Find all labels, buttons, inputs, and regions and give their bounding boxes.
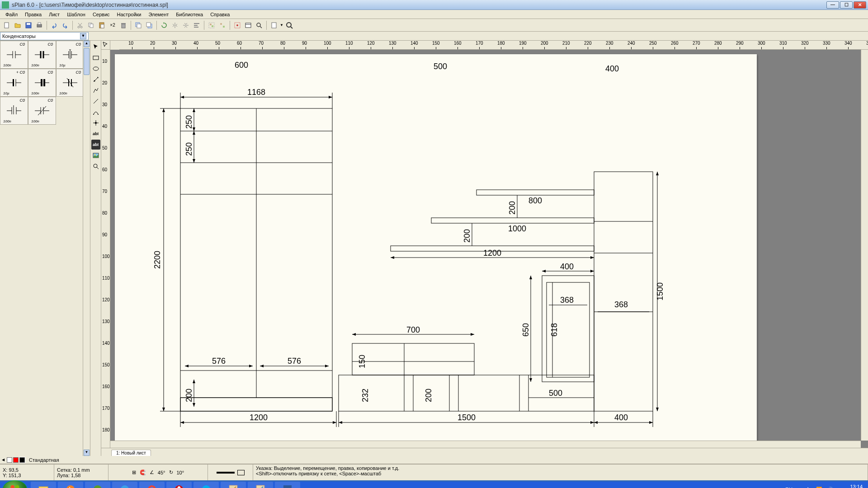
- menu-help[interactable]: Справка: [207, 11, 233, 18]
- menu-sheet[interactable]: Лист: [45, 11, 63, 18]
- palette-item[interactable]: C0100n: [28, 41, 56, 69]
- svg-text:2200: 2200: [153, 251, 162, 269]
- flip-v-button[interactable]: [181, 20, 191, 30]
- start-button[interactable]: [3, 480, 27, 488]
- rotate-button[interactable]: [159, 20, 169, 30]
- text-tool[interactable]: abI: [91, 129, 100, 139]
- task-app2[interactable]: [248, 482, 273, 488]
- search-button[interactable]: [254, 20, 264, 30]
- task-skype[interactable]: S: [193, 482, 219, 488]
- svg-text:200: 200: [508, 201, 517, 215]
- paste-button[interactable]: [97, 20, 107, 30]
- palette-item[interactable]: + C010µ: [0, 69, 28, 97]
- special-tool[interactable]: [91, 75, 100, 84]
- palette-item[interactable]: C0100n: [28, 69, 56, 97]
- angle-10-icon[interactable]: ↻: [169, 469, 173, 475]
- task-word[interactable]: W: [275, 482, 300, 488]
- task-utorrent[interactable]: µ: [85, 482, 110, 488]
- print-button[interactable]: [34, 20, 44, 30]
- palette-item[interactable]: C0100n: [28, 97, 56, 125]
- bezier-tool[interactable]: [91, 107, 100, 117]
- grid-icon[interactable]: ⊞: [132, 469, 136, 475]
- menu-service[interactable]: Сервис: [89, 11, 113, 18]
- tray-time[interactable]: 13:14: [838, 484, 863, 488]
- close-button[interactable]: ✕: [854, 1, 866, 9]
- svg-rect-71: [93, 56, 99, 60]
- svg-rect-128: [594, 172, 653, 411]
- open-button[interactable]: [13, 20, 23, 30]
- svg-line-33: [291, 27, 292, 28]
- angle-45-icon[interactable]: ∠: [150, 469, 154, 475]
- svg-text:1500: 1500: [656, 282, 665, 300]
- cut-button[interactable]: [75, 20, 85, 30]
- save-button[interactable]: [24, 20, 33, 30]
- task-wmp[interactable]: [58, 482, 83, 488]
- library-combo[interactable]: Конденсаторы ▼: [0, 32, 89, 40]
- library-combo-value: Конденсаторы: [2, 33, 36, 39]
- task-ie[interactable]: [112, 482, 137, 488]
- palette-item[interactable]: C0100n: [0, 97, 28, 125]
- snap-button[interactable]: [232, 20, 242, 30]
- copy-button[interactable]: [86, 20, 96, 30]
- maximize-button[interactable]: ☐: [840, 1, 853, 9]
- menu-file[interactable]: Файл: [2, 11, 21, 18]
- canvas-h-scrollbar[interactable]: [110, 441, 861, 448]
- magnet-icon[interactable]: 🧲: [140, 469, 146, 475]
- menu-settings[interactable]: Настройки: [113, 11, 145, 18]
- layer-front-button[interactable]: [144, 20, 154, 30]
- zoom-tool[interactable]: [91, 161, 100, 171]
- zoom-sel-button[interactable]: [284, 20, 294, 30]
- task-chrome[interactable]: [139, 482, 165, 488]
- pointer-tool[interactable]: [91, 42, 100, 52]
- svg-text:200: 200: [462, 229, 472, 243]
- menu-edit[interactable]: Правка: [21, 11, 45, 18]
- svg-point-29: [257, 23, 260, 27]
- rect-tool[interactable]: [91, 53, 100, 63]
- canvas-v-scrollbar[interactable]: [861, 50, 868, 441]
- x2-button[interactable]: ×2: [108, 20, 118, 30]
- ruler-vertical[interactable]: 1020304050607080901001101201301401501601…: [101, 50, 110, 448]
- line-tool[interactable]: [91, 96, 100, 106]
- sheet-tab[interactable]: 1: Новый лист: [111, 450, 151, 456]
- image-tool[interactable]: [91, 150, 100, 160]
- text-frame-tool[interactable]: abI: [91, 140, 100, 150]
- layer-back-button[interactable]: [133, 20, 143, 30]
- task-explorer[interactable]: [31, 482, 56, 488]
- volume-icon[interactable]: 🔊: [827, 487, 833, 488]
- group-button[interactable]: [207, 20, 217, 30]
- new-button[interactable]: [2, 20, 12, 30]
- page-button[interactable]: [269, 20, 279, 30]
- palette-scrollbar[interactable]: ▲ ▼: [83, 41, 90, 456]
- menu-template[interactable]: Шаблон: [63, 11, 89, 18]
- svg-text:200: 200: [424, 389, 433, 402]
- menu-element[interactable]: Элемент: [145, 11, 172, 18]
- palette-item[interactable]: C0100n: [56, 69, 84, 97]
- svg-text:500: 500: [434, 62, 447, 71]
- palette-item[interactable]: C010µ: [56, 41, 84, 69]
- network-icon[interactable]: 📶: [816, 487, 822, 488]
- task-splan[interactable]: [221, 482, 246, 488]
- ruler-horizontal[interactable]: 1020304050607080901001101201301401501601…: [119, 41, 868, 50]
- scroll-up-icon[interactable]: ▲: [84, 41, 90, 47]
- circle-tool[interactable]: [91, 64, 100, 74]
- flip-h-button[interactable]: [170, 20, 180, 30]
- form-button[interactable]: [243, 20, 253, 30]
- polygon-tool[interactable]: [91, 85, 100, 95]
- node-tool[interactable]: [91, 118, 100, 128]
- align-button[interactable]: [192, 20, 202, 30]
- canvas[interactable]: 600 500 400: [110, 50, 868, 448]
- undo-button[interactable]: [49, 20, 59, 30]
- scroll-down-icon[interactable]: ▼: [84, 450, 90, 456]
- palette-item[interactable]: C0100n: [0, 41, 28, 69]
- ungroup-button[interactable]: [217, 20, 227, 30]
- delete-button[interactable]: [118, 20, 128, 30]
- svg-rect-16: [146, 23, 151, 27]
- canvas-zone: 1020304050607080901001101201301401501601…: [101, 41, 868, 456]
- svg-rect-52: [41, 79, 42, 86]
- menu-library[interactable]: Библиотека: [172, 11, 207, 18]
- task-opera[interactable]: [166, 482, 192, 488]
- minimize-button[interactable]: —: [826, 1, 839, 9]
- svg-rect-19: [194, 27, 198, 28]
- redo-button[interactable]: [60, 20, 70, 30]
- scroll-thumb[interactable]: [84, 48, 90, 75]
